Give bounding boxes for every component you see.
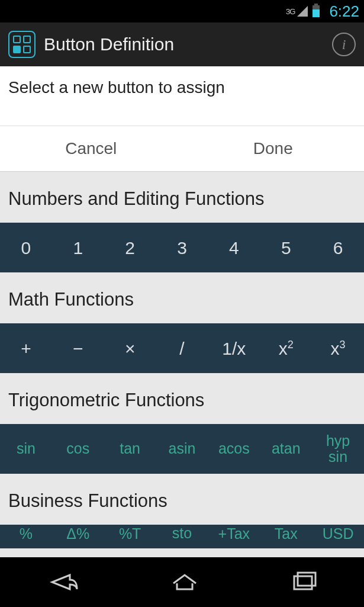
fn-times[interactable]: ×	[104, 339, 156, 358]
fn-1[interactable]: 1	[52, 238, 104, 258]
section-title-numbers: Numbers and Editing Functions	[8, 188, 356, 210]
section-title-business: Business Functions	[8, 490, 356, 512]
fn-2[interactable]: 2	[104, 238, 156, 258]
business-row: % Δ% %T stocst +Tax Tax USD	[0, 525, 364, 548]
action-row: Cancel Done	[0, 126, 364, 172]
page-title: Button Definition	[44, 34, 332, 54]
status-bar: 3G 6:22	[0, 0, 364, 23]
section-numbers: Numbers and Editing Functions	[0, 172, 364, 223]
fn-delta-percent[interactable]: Δ%	[52, 526, 104, 542]
fn-cos[interactable]: cos	[52, 441, 104, 457]
clock: 6:22	[329, 2, 359, 21]
app-logo-icon	[8, 31, 36, 58]
fn-3[interactable]: 3	[156, 238, 208, 258]
fn-cube[interactable]: x3	[312, 339, 364, 358]
fn-hypsin[interactable]: hypsin	[312, 433, 364, 465]
battery-icon	[313, 5, 320, 17]
app-bar: Button Definition i	[0, 23, 364, 66]
fn-square[interactable]: x2	[260, 339, 312, 358]
network-3g-icon: 3G	[286, 7, 295, 16]
numbers-row: 0 1 2 3 4 5 6	[0, 223, 364, 272]
fn-acos[interactable]: acos	[208, 441, 260, 457]
fn-6[interactable]: 6	[312, 238, 364, 258]
section-title-trig: Trigonometric Functions	[8, 390, 356, 411]
recent-apps-icon[interactable]	[289, 571, 319, 593]
fn-tan[interactable]: tan	[104, 441, 156, 457]
done-button[interactable]: Done	[182, 126, 365, 171]
cancel-button[interactable]: Cancel	[0, 126, 182, 171]
fn-divide[interactable]: /	[156, 339, 208, 358]
fn-plus-tax[interactable]: +Tax	[208, 526, 260, 542]
fn-usd[interactable]: USD	[312, 526, 364, 542]
fn-percent-t[interactable]: %T	[104, 526, 156, 542]
fn-percent[interactable]: %	[0, 526, 52, 542]
content-scroll[interactable]: Select a new button to assign Cancel Don…	[0, 66, 364, 557]
home-icon[interactable]	[170, 571, 199, 593]
fn-asin[interactable]: asin	[156, 441, 208, 457]
fn-tax[interactable]: Tax	[260, 526, 312, 542]
section-business: Business Functions	[0, 474, 364, 525]
fn-plus[interactable]: +	[0, 339, 52, 358]
fn-sin[interactable]: sin	[0, 441, 52, 457]
fn-reciprocal[interactable]: 1/x	[208, 339, 260, 358]
section-title-math: Math Functions	[8, 289, 356, 310]
fn-sto-cst[interactable]: stocst	[156, 526, 208, 555]
fn-4[interactable]: 4	[208, 238, 260, 258]
math-row: + − × / 1/x x2 x3	[0, 323, 364, 373]
fn-0[interactable]: 0	[0, 238, 52, 258]
fn-minus[interactable]: −	[52, 339, 104, 358]
fn-atan[interactable]: atan	[260, 441, 312, 457]
signal-icon	[297, 6, 308, 17]
section-trig: Trigonometric Functions	[0, 373, 364, 424]
prompt-text: Select a new button to assign	[0, 66, 364, 126]
trig-row: sin cos tan asin acos atan hypsin	[0, 424, 364, 474]
android-nav-bar	[0, 557, 364, 607]
fn-5[interactable]: 5	[260, 238, 312, 258]
info-icon[interactable]: i	[332, 33, 356, 56]
back-icon[interactable]	[45, 571, 80, 593]
section-math: Math Functions	[0, 272, 364, 323]
